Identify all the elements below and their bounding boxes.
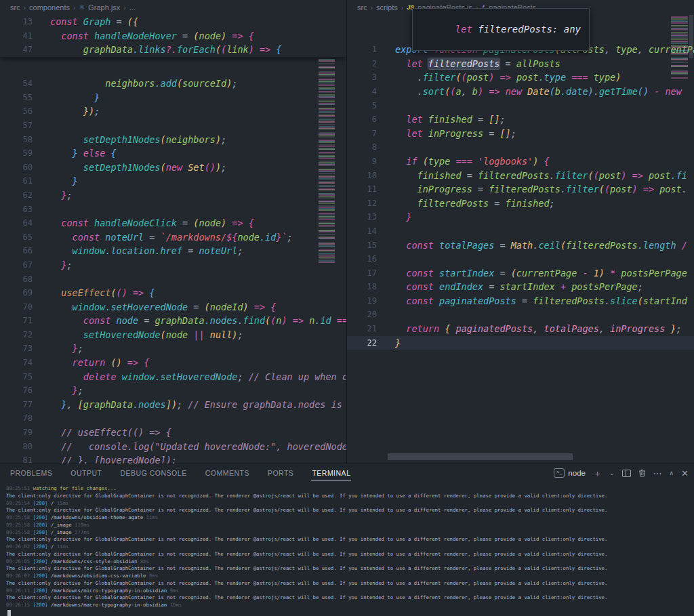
code-line[interactable]: 80 // console.log("Updated hoveredNode:"… <box>0 440 346 454</box>
panel-tab-ports[interactable]: PORTS <box>267 466 294 480</box>
code-line[interactable]: 6 let finished = []; <box>347 112 694 127</box>
chevron-down-icon[interactable]: ⌄ <box>609 470 615 476</box>
horizontal-scrollbar[interactable] <box>388 453 573 460</box>
terminal-line: 09:26:11 [200] /markdowns/micro-typograp… <box>6 588 694 595</box>
code-line[interactable]: 58 setDepth1Nodes(neighbors); <box>0 133 346 147</box>
breadcrumb-item-symbol[interactable]: ... <box>129 3 136 12</box>
maximize-panel-button[interactable]: ∧ <box>670 470 674 476</box>
kill-terminal-button[interactable] <box>638 469 646 477</box>
code-line[interactable]: 56 }); <box>0 104 346 119</box>
code-line[interactable]: 4 .sort((a, b) => new Date(b.date).getTi… <box>347 85 694 99</box>
code-line[interactable]: 55 } <box>0 91 346 105</box>
bottom-panel: PROBLEMSOUTPUTDEBUG CONSOLECOMMENTSPORTS… <box>0 464 694 616</box>
code-line[interactable]: 3 .filter((post) => post.type === type) <box>347 70 694 85</box>
panel-tab-problems[interactable]: PROBLEMS <box>9 466 53 480</box>
tooltip-type: any <box>564 24 581 35</box>
breadcrumb-item-src[interactable]: src <box>357 3 367 12</box>
code-line[interactable]: 14 <box>347 224 694 239</box>
sticky-scroll[interactable]: 13const Graph = ({41 const handleNodeHov… <box>0 15 346 58</box>
new-terminal-button[interactable]: ＋ <box>593 469 602 478</box>
code-line[interactable]: 71 const node = graphData.nodes.find((n)… <box>0 314 346 328</box>
breadcrumb-item-src[interactable]: src <box>10 3 20 12</box>
close-panel-button[interactable]: ✕ <box>681 469 689 478</box>
more-actions-button[interactable]: ⋯ <box>653 469 662 478</box>
code-line[interactable]: 73 }; <box>0 342 346 356</box>
code-line[interactable]: 65 const noteUrl = `/markdowns/${node.id… <box>0 230 346 245</box>
code-line[interactable]: 13 } <box>347 210 694 224</box>
code-line[interactable]: 67 }; <box>0 258 346 272</box>
terminal-line: 09:26:07 [200] /markdowns/obsidian-css-v… <box>6 573 694 580</box>
code-line[interactable]: 9 if (type === 'logbooks') { <box>347 155 694 169</box>
code-line[interactable]: 81 // }, [hoveredNode]); <box>0 453 346 464</box>
code-line[interactable]: 76 }; <box>0 384 346 398</box>
code-line[interactable]: 12 filteredPosts = finished; <box>347 197 694 211</box>
code-line[interactable]: 13const Graph = ({ <box>0 15 346 29</box>
code-line[interactable]: 54 neighbors.add(sourceId); <box>0 77 346 91</box>
breadcrumb-item-components[interactable]: components <box>29 3 70 12</box>
code-line[interactable]: 75 delete window.setHoveredNode; // Clea… <box>0 370 346 384</box>
code-line[interactable]: 21 return { paginatedPosts, totalPages, … <box>347 322 694 336</box>
code-line[interactable]: 10 finished = filteredPosts.filter((post… <box>347 169 694 183</box>
code-line[interactable]: 70 window.setHoveredNode = (nodeId) => { <box>0 300 346 314</box>
code-line[interactable]: 2 let filteredPosts = allPosts <box>347 57 694 71</box>
terminal-icon: >_ <box>554 468 565 478</box>
code-line[interactable]: 22} <box>347 336 694 350</box>
panel-tab-output[interactable]: OUTPUT <box>70 466 102 480</box>
code-line[interactable]: 77 }, [graphData.nodes]); // Ensure grap… <box>0 398 346 412</box>
terminal-line: 09:26:15 [200] /markdowns/macro-typograp… <box>6 602 694 609</box>
split-terminal-button[interactable] <box>622 470 631 477</box>
code-line[interactable]: 68 <box>0 272 346 287</box>
code-editor-right[interactable]: 1export function paginatePosts(allPosts,… <box>347 15 694 464</box>
terminal-line: The client:only directive for GlobalGrap… <box>6 536 694 543</box>
code-line[interactable]: 59 } else { <box>0 146 346 161</box>
code-line[interactable]: 7 let inProgress = []; <box>347 127 694 141</box>
code-line[interactable]: 79 // useEffect(() => { <box>0 426 346 440</box>
code-line[interactable]: 15 const totalPages = Math.ceil(filtered… <box>347 239 694 253</box>
code-line[interactable]: 60 setDepth1Nodes(new Set()); <box>0 161 346 175</box>
terminal-output[interactable]: 09:25:51 watching for file changes...The… <box>0 482 694 616</box>
tooltip-symbol: filteredPosts: <box>478 24 563 35</box>
code-line[interactable]: 11 inProgress = filteredPosts.filter((po… <box>347 182 694 197</box>
tooltip-keyword: let <box>455 24 478 35</box>
terminal-shell-label: node <box>568 469 586 477</box>
terminal-line: 09:25:54 [200] / 15ms <box>6 500 694 508</box>
code-line[interactable]: 74 return () => { <box>0 356 346 370</box>
panel-tab-comments[interactable]: COMMENTS <box>205 466 250 480</box>
minimap[interactable] <box>671 16 688 79</box>
code-line[interactable]: 64 const handleNodeClick = (node) => { <box>0 216 346 230</box>
terminal-line: The client:only directive for GlobalGrap… <box>6 594 694 602</box>
code-line[interactable]: 16 <box>347 252 694 266</box>
code-line[interactable]: 57 <box>0 119 346 133</box>
panel-tab-terminal[interactable]: TERMINAL <box>311 466 351 480</box>
code-line[interactable]: 78 <box>0 411 346 426</box>
terminal-session-selector[interactable]: >_ node <box>554 468 586 478</box>
code-line[interactable]: 72 setHoveredNode(node || null); <box>0 328 346 342</box>
code-line[interactable]: 63 <box>0 203 346 217</box>
code-line[interactable]: 17 const startIndex = (currentPage - 1) … <box>347 266 694 281</box>
react-file-icon: ⚛ <box>79 4 85 11</box>
code-line[interactable]: 47 graphData.links?.forEach((link) => { <box>0 43 346 57</box>
panel-tab-debug-console[interactable]: DEBUG CONSOLE <box>120 466 188 480</box>
code-line[interactable]: 18 const endIndex = startIndex + postsPe… <box>347 280 694 294</box>
editor-pane-graph-jsx[interactable]: src › components › ⚛ Graph.jsx › ... 54 … <box>0 0 347 464</box>
terminal-line: The client:only directive for GlobalGrap… <box>6 565 694 573</box>
code-line[interactable]: 20 <box>347 308 694 322</box>
breadcrumb-item-file[interactable]: Graph.jsx <box>88 3 120 12</box>
code-line[interactable]: 69 useEffect(() => { <box>0 286 346 300</box>
terminal-line: 09:26:05 [200] /markdowns/css-style-obsi… <box>6 558 694 566</box>
code-line[interactable]: 41 const handleNodeHover = (node) => { <box>0 29 346 43</box>
breadcrumb: src › components › ⚛ Graph.jsx › ... <box>0 0 346 15</box>
panel-actions: >_ node ＋ ⌄ ⋯ ∧ ✕ <box>554 468 689 478</box>
code-line[interactable]: 19 const paginatedPosts = filteredPosts.… <box>347 294 694 308</box>
code-line[interactable]: 61 } <box>0 174 346 188</box>
terminal-line: 09:25:51 watching for file changes... <box>6 485 694 493</box>
vertical-scrollbar[interactable] <box>689 15 693 58</box>
code-line[interactable]: 8 <box>347 140 694 155</box>
code-editor-left[interactable]: 54 neighbors.add(sourceId);55 }56 });575… <box>0 15 346 464</box>
terminal-line: The client:only directive for GlobalGrap… <box>6 551 694 558</box>
breadcrumb-item-scripts[interactable]: scripts <box>376 3 398 12</box>
editor-pane-paginateposts-js[interactable]: src › scripts › JS paginatePosts.js › ƒ … <box>347 0 694 464</box>
code-line[interactable]: 62 }; <box>0 188 346 203</box>
code-line[interactable]: 66 window.location.href = noteUrl; <box>0 244 346 258</box>
code-line[interactable]: 5 <box>347 99 694 113</box>
